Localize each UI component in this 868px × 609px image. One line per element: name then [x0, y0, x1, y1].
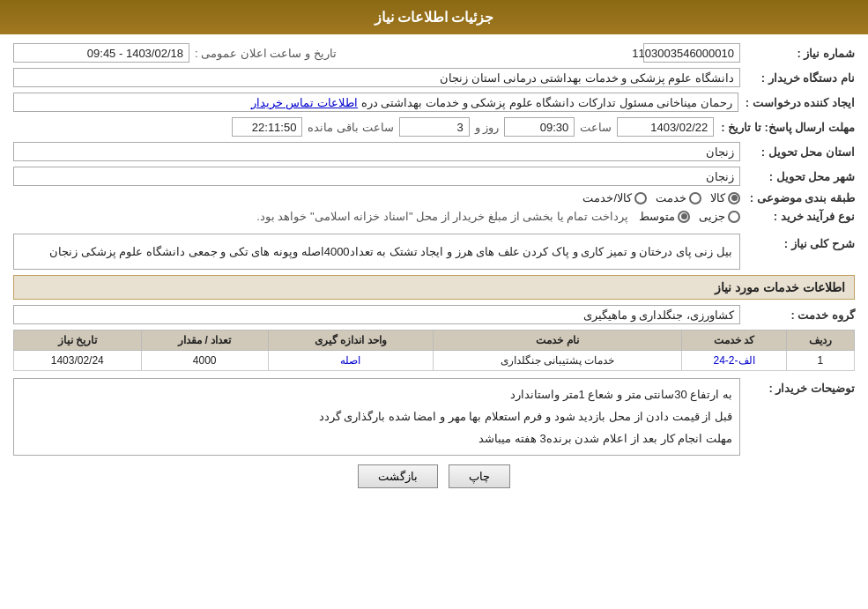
page-title: جزئیات اطلاعات نیاز — [375, 10, 494, 25]
process-radio-group: جزیی متوسط — [639, 210, 740, 223]
announce-date-label: تاریخ و ساعت اعلان عمومی : — [195, 47, 337, 60]
row-buyer-notes: توضیحات خریدار : به ارتفاع 30سانتی متر و… — [13, 378, 855, 456]
creator-label: ایجاد کننده درخواست : — [738, 96, 855, 109]
page-header: جزئیات اطلاعات نیاز — [0, 0, 868, 34]
back-button[interactable]: بازگشت — [358, 464, 438, 488]
category-label: طبقه بندی موضوعی : — [740, 191, 855, 204]
process-label-motovasset: متوسط — [639, 210, 675, 223]
cell-name: خدمات پشتیبانی جنگلداری — [434, 351, 682, 371]
buyer-org-label: نام دستگاه خریدار : — [740, 71, 855, 85]
page-wrapper: جزئیات اطلاعات نیاز شماره نیاز : 1103003… — [0, 0, 868, 609]
description-label: شرح کلی نیاز : — [740, 234, 855, 250]
print-button[interactable]: چاپ — [449, 464, 510, 488]
col-header-name: نام خدمت — [434, 330, 682, 351]
cell-unit[interactable]: اصله — [268, 351, 433, 371]
row-response-deadline: مهلت ارسال پاسخ: تا تاریخ : 1403/02/22 س… — [13, 117, 855, 137]
row-description: شرح کلی نیاز : بیل زنی پای درختان و تمیز… — [13, 234, 855, 270]
process-note: پرداخت تمام یا بخشی از مبلغ خریدار از مح… — [256, 210, 628, 223]
row-need-number: شماره نیاز : 1103003546000010 تاریخ و سا… — [13, 43, 855, 63]
response-remaining-label: ساعت باقی مانده — [308, 121, 393, 134]
col-header-unit: واحد اندازه گیری — [268, 330, 433, 351]
delivery-city-label: شهر محل تحویل : — [740, 170, 855, 183]
cell-code[interactable]: الف-2-24 — [682, 351, 787, 371]
creator-value: رحمان میناخانی مسئول تدارکات دانشگاه علو… — [13, 93, 738, 112]
col-header-row: ردیف — [786, 330, 854, 351]
response-time-label: ساعت — [580, 121, 612, 134]
creator-contact-link[interactable]: اطلاعات تماس خریدار — [251, 96, 358, 109]
category-option-kala[interactable]: کالا — [710, 191, 740, 204]
category-label-kala-khedmat: کالا/خدمت — [582, 191, 632, 204]
category-radio-kala[interactable] — [728, 192, 740, 204]
row-category: طبقه بندی موضوعی : کالا خدمت کالا/خدمت — [13, 191, 855, 204]
buyer-org-value: دانشگاه علوم پزشکی و خدمات بهداشتی درمان… — [13, 68, 740, 87]
process-label-jozi: جزیی — [699, 210, 725, 223]
cell-row: 1 — [786, 351, 854, 371]
response-remaining-value: 22:11:50 — [232, 117, 302, 137]
buttons-row: چاپ بازگشت — [13, 464, 855, 488]
category-option-kala-khedmat[interactable]: کالا/خدمت — [582, 191, 647, 204]
row-delivery-city: شهر محل تحویل : زنجان — [13, 167, 855, 186]
category-radio-group: کالا خدمت کالا/خدمت — [582, 191, 740, 204]
delivery-city-value: زنجان — [13, 167, 740, 186]
service-info-title: اطلاعات خدمات مورد نیاز — [13, 275, 855, 300]
delivery-province-value: زنجان — [13, 142, 740, 161]
cell-qty: 4000 — [141, 351, 268, 371]
col-header-date: تاریخ نیاز — [14, 330, 142, 351]
col-header-qty: تعداد / مقدار — [141, 330, 268, 351]
row-process: نوع فرآیند خرید : جزیی متوسط پرداخت تمام… — [13, 210, 855, 223]
need-number-value: 1103003546000010 — [643, 43, 740, 63]
response-deadline-label: مهلت ارسال پاسخ: تا تاریخ : — [714, 121, 855, 134]
process-label: نوع فرآیند خرید : — [740, 210, 855, 223]
col-header-code: کد خدمت — [682, 330, 787, 351]
category-label-kala: کالا — [710, 191, 725, 204]
row-creator: ایجاد کننده درخواست : رحمان میناخانی مسئ… — [13, 93, 855, 112]
row-service-group: گروه خدمت : کشاورزی، جنگلداری و ماهیگیری — [13, 305, 855, 324]
process-option-jozi[interactable]: جزیی — [699, 210, 740, 223]
delivery-province-label: استان محل تحویل : — [740, 145, 855, 159]
content-area: شماره نیاز : 1103003546000010 تاریخ و سا… — [0, 34, 868, 497]
category-radio-kala-khedmat[interactable] — [634, 192, 647, 204]
row-delivery-province: استان محل تحویل : زنجان — [13, 142, 855, 161]
buyer-notes-label: توضیحات خریدار : — [740, 378, 855, 395]
service-group-label: گروه خدمت : — [740, 308, 855, 322]
description-value: بیل زنی پای درختان و تمیز کاری و پاک کرد… — [13, 234, 740, 270]
services-table: ردیف کد خدمت نام خدمت واحد اندازه گیری ت… — [13, 330, 855, 371]
buyer-notes-value: به ارتفاع 30سانتی متر و شعاع 1متر واستان… — [13, 378, 740, 456]
table-header-row: ردیف کد خدمت نام خدمت واحد اندازه گیری ت… — [14, 330, 855, 351]
process-option-motovasset[interactable]: متوسط — [639, 210, 690, 223]
category-label-khedmat: خدمت — [656, 191, 686, 204]
service-group-value: کشاورزی، جنگلداری و ماهیگیری — [13, 305, 740, 324]
response-date-value: 1403/02/22 — [617, 117, 714, 137]
category-option-khedmat[interactable]: خدمت — [656, 191, 701, 204]
process-radio-jozi[interactable] — [728, 211, 740, 223]
cell-date: 1403/02/24 — [14, 351, 142, 371]
response-time-value: 09:30 — [504, 117, 575, 137]
category-radio-khedmat[interactable] — [689, 192, 701, 204]
need-number-label: شماره نیاز : — [740, 47, 855, 60]
response-days-value: 3 — [399, 117, 470, 137]
row-buyer-org: نام دستگاه خریدار : دانشگاه علوم پزشکی و… — [13, 68, 855, 87]
services-table-section: ردیف کد خدمت نام خدمت واحد اندازه گیری ت… — [13, 330, 855, 371]
table-row: 1 الف-2-24 خدمات پشتیبانی جنگلداری اصله … — [14, 351, 855, 371]
announce-date-value: 1403/02/18 - 09:45 — [13, 43, 189, 63]
process-radio-motovasset[interactable] — [678, 211, 690, 223]
response-days-label: روز و — [475, 121, 500, 134]
